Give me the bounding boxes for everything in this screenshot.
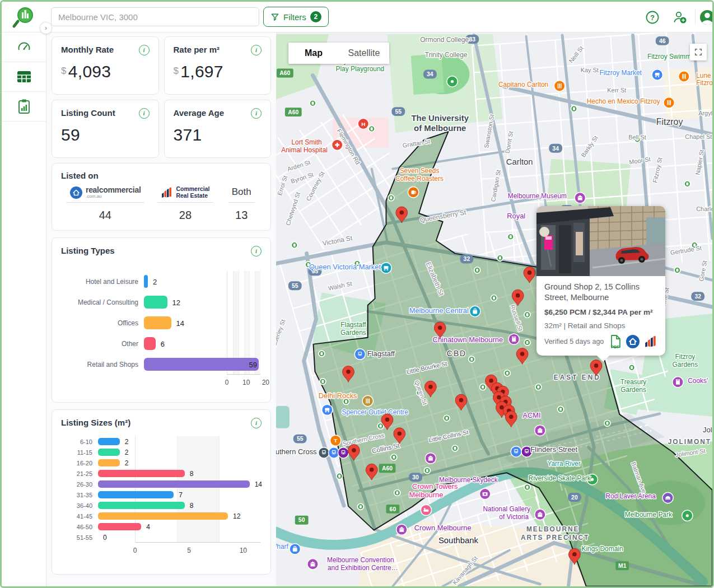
help-icon[interactable]: ? (644, 9, 661, 26)
tram-stop-icon[interactable] (291, 242, 297, 248)
tram-stop-icon[interactable] (524, 484, 530, 491)
bar (98, 512, 228, 520)
road-badge: 55 (288, 281, 302, 290)
bag-poi-icon[interactable] (289, 543, 301, 555)
sidebar-item-dashboard[interactable] (2, 32, 46, 62)
map-label: Melbourne Central (409, 306, 469, 315)
museum-poi-icon[interactable] (534, 508, 546, 520)
fullscreen-button[interactable] (690, 44, 707, 60)
dot-poi-icon[interactable] (446, 76, 458, 87)
sidebar-item-table-active[interactable] (2, 62, 46, 92)
sidebar-collapse-button[interactable]: › (40, 22, 52, 34)
app-logo-icon[interactable] (12, 6, 39, 29)
tram-stop-icon[interactable] (524, 339, 530, 346)
restaurant-poi-icon[interactable] (663, 97, 675, 109)
tram-stop-icon[interactable] (319, 351, 325, 357)
train-poi-icon[interactable] (318, 447, 330, 459)
info-icon[interactable]: i (251, 45, 262, 55)
tram-stop-icon[interactable] (469, 356, 475, 362)
castle-poi-icon[interactable] (672, 376, 684, 388)
camera-poi-icon[interactable] (479, 488, 491, 500)
museum-poi-icon[interactable] (307, 558, 319, 570)
search-input[interactable] (51, 7, 259, 26)
tram-stop-icon[interactable] (320, 379, 326, 385)
pdf-icon[interactable]: PDF (609, 334, 622, 349)
castle-poi-icon[interactable] (508, 333, 520, 345)
restaurant-poi-icon[interactable] (362, 395, 374, 407)
bar (98, 438, 120, 445)
tram-stop-icon[interactable] (368, 125, 375, 132)
cart-poi-icon[interactable] (380, 262, 392, 274)
tram-stop-icon[interactable] (524, 311, 530, 318)
hospital-poi-icon[interactable]: H (357, 118, 369, 130)
tram-stop-icon[interactable] (491, 295, 497, 301)
stat-title: Monthly Rate (61, 45, 114, 54)
info-icon[interactable]: i (139, 108, 150, 119)
map-label: Flagstaff (367, 349, 395, 358)
chart-row: Offices14 (61, 312, 262, 333)
tram-stop-icon[interactable] (357, 503, 363, 510)
map-label: Kay St (581, 67, 599, 73)
category-label: Other (61, 340, 144, 348)
tram-stop-icon[interactable] (310, 100, 316, 106)
tram-stop-icon[interactable] (444, 415, 450, 421)
museum-poi-icon[interactable] (534, 424, 546, 436)
tram-stop-icon[interactable] (394, 490, 400, 496)
dot-poi-icon[interactable] (682, 510, 693, 521)
info-icon[interactable]: i (251, 246, 262, 256)
listing-popup[interactable]: Ground Shop 2, 15 Collins Street, Melbou… (536, 206, 665, 356)
tram-stop-icon[interactable] (507, 234, 514, 240)
tram-stop-icon[interactable] (504, 370, 510, 376)
tram-stop-icon[interactable] (337, 473, 343, 479)
tram-stop-icon[interactable] (629, 365, 635, 371)
coffee-poi-icon[interactable] (408, 186, 419, 198)
road-badge: 60 (386, 505, 399, 514)
tram-stop-icon[interactable] (424, 468, 430, 474)
cross-poi-icon[interactable] (332, 139, 343, 151)
invite-user-icon[interactable] (671, 9, 688, 26)
map-canvas[interactable]: HTA60A60A60M1506083343446465555555530203… (276, 32, 712, 586)
train-poi-icon[interactable] (510, 446, 522, 458)
account-avatar[interactable] (699, 9, 714, 26)
tram-stop-icon[interactable] (497, 255, 503, 261)
source-commercial-real-estate: Commercial Real Estate 28 (150, 186, 222, 222)
restaurant-poi-icon[interactable] (554, 80, 566, 92)
tram-stop-icon[interactable] (480, 384, 486, 390)
tram-stop-icon[interactable] (604, 420, 610, 426)
satellite-view-button[interactable]: Satellite (339, 43, 389, 64)
tram-stop-icon[interactable] (388, 195, 394, 201)
museum-poi-icon[interactable] (574, 192, 586, 204)
tee-poi-icon[interactable]: T (330, 435, 342, 446)
filters-button[interactable]: Filters 2 (263, 7, 329, 27)
sidebar-item-reports[interactable] (2, 92, 46, 122)
commercial-real-estate-link-icon[interactable] (644, 335, 657, 348)
hotel-poi-icon[interactable] (421, 504, 432, 516)
bag-poi-icon[interactable] (469, 306, 481, 318)
tram-stop-icon[interactable] (377, 423, 384, 429)
tram-stop-icon[interactable] (571, 106, 577, 112)
train-poi-icon[interactable] (354, 348, 366, 360)
map-view-button[interactable]: Map (288, 43, 339, 64)
tram-stop-icon[interactable] (558, 406, 564, 412)
restaurant-poi-icon[interactable] (678, 71, 690, 82)
tram-stop-icon[interactable] (535, 384, 542, 390)
cart-poi-icon[interactable] (651, 69, 663, 81)
info-icon[interactable]: i (251, 418, 262, 428)
tram-stop-icon[interactable] (684, 181, 690, 187)
info-icon[interactable]: i (251, 108, 262, 119)
cart-poi-icon[interactable] (321, 404, 333, 416)
info-icon[interactable]: i (139, 45, 150, 55)
arena-poi-icon[interactable] (662, 492, 674, 504)
fullscreen-icon (694, 48, 703, 57)
museum-poi-icon[interactable] (424, 452, 436, 464)
tram-stop-icon[interactable] (391, 454, 397, 460)
museum-poi-icon[interactable] (396, 524, 408, 535)
train-poi-icon[interactable] (338, 447, 349, 459)
tram-stop-icon[interactable] (452, 445, 458, 451)
tram-stop-icon[interactable] (474, 267, 480, 273)
cre-logo-icon (161, 186, 173, 199)
bar (98, 491, 174, 498)
realcommercial-link-icon[interactable] (626, 334, 640, 349)
listing-meta: 32m² | Retail and Shops (544, 321, 657, 330)
tram-stop-icon[interactable] (674, 267, 680, 273)
